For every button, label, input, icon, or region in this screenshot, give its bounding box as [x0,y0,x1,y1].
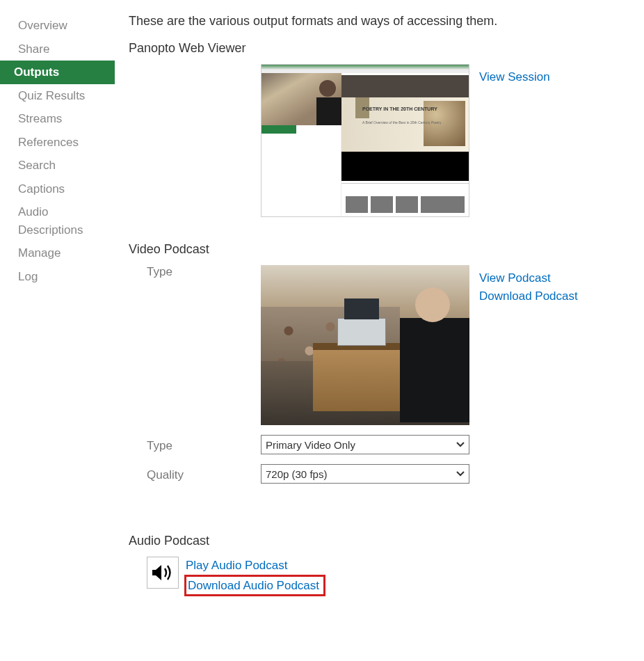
speaker-icon [147,557,179,589]
webviewer-title: Panopto Web Viewer [129,41,630,56]
quality-select[interactable]: 720p (30 fps) [261,464,469,484]
type-label: Type [147,439,172,452]
sidebar-item-share[interactable]: Share [0,38,115,61]
sidebar-item-overview[interactable]: Overview [0,14,115,38]
download-audio-podcast-link[interactable]: Download Audio Podcast [188,579,319,592]
download-audio-highlight: Download Audio Podcast [184,575,325,597]
quality-label: Quality [147,468,184,481]
sidebar-item-audio-descriptions[interactable]: Audio Descriptions [0,200,115,241]
webviewer-thumbnail[interactable]: POETRY IN THE 20TH CENTURY A Brief Overv… [261,64,469,217]
videopodcast-title: Video Podcast [129,242,630,257]
audiopodcast-title: Audio Podcast [129,534,630,548]
sidebar-item-references[interactable]: References [0,131,115,154]
sidebar-item-search[interactable]: Search [0,154,115,177]
sidebar-item-log[interactable]: Log [0,265,115,289]
sidebar-item-streams[interactable]: Streams [0,107,115,131]
play-audio-podcast-link[interactable]: Play Audio Podcast [186,557,325,575]
main-content: These are the various output formats and… [115,0,644,624]
sidebar-item-manage[interactable]: Manage [0,241,115,265]
view-session-link[interactable]: View Session [479,68,550,86]
videopodcast-type-heading: Type [147,265,172,278]
intro-text: These are the various output formats and… [129,14,630,29]
download-podcast-link[interactable]: Download Podcast [479,287,578,305]
sidebar-item-quiz-results[interactable]: Quiz Results [0,84,115,108]
videopodcast-thumbnail[interactable] [261,265,469,425]
sidebar-item-outputs[interactable]: Outputs [0,61,115,84]
view-podcast-link[interactable]: View Podcast [479,269,578,287]
sidebar-item-captions[interactable]: Captions [0,177,115,201]
type-select[interactable]: Primary Video Only [261,435,469,454]
sidebar: Overview Share Outputs Quiz Results Stre… [0,0,115,624]
